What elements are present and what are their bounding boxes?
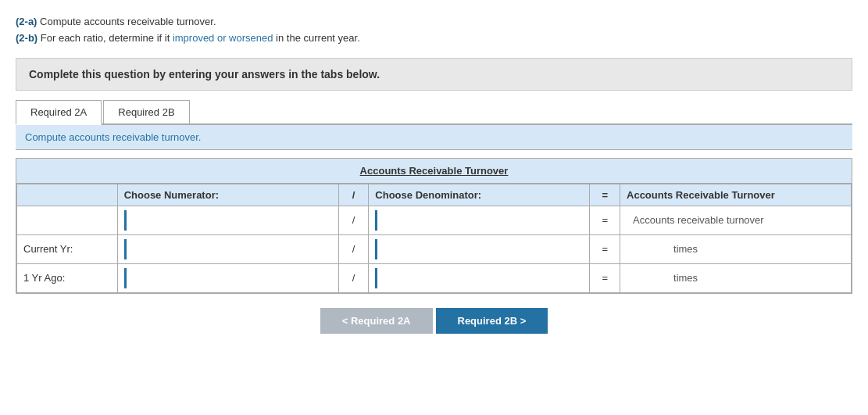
row-2-numerator-cell[interactable] [117,263,338,292]
row-2-denominator-cell[interactable] [369,263,590,292]
row-2-label: 1 Yr Ago: [17,263,118,292]
table-header-row: Choose Numerator: / Choose Denominator: … [17,184,852,206]
row-2-denominator-input[interactable] [375,268,583,288]
tab-required-2b[interactable]: Required 2B [103,100,189,123]
instruction-line1: Compute accounts receivable turnover. [40,16,216,27]
row-1-denominator-cell[interactable] [369,234,590,263]
tab-content-label: Compute accounts receivable turnover. [16,125,852,150]
highlight-improved: improved or worsened [173,32,273,44]
row-0-numerator-cell[interactable] [117,206,338,234]
row-0-slash: / [338,206,369,234]
row-0-denominator-input[interactable] [375,210,583,231]
row-1-equals: = [590,234,620,263]
table-row: Current Yr: / = times [17,234,852,263]
table-row: / = Accounts receivable turnover [17,206,852,234]
header-row-label [17,184,118,206]
row-1-numerator-cell[interactable] [117,234,338,263]
label-2a: (2-a) [16,16,37,27]
complete-box: Complete this question by entering your … [16,58,852,91]
row-1-numerator-input[interactable] [124,239,332,259]
table-section: Accounts Receivable Turnover Choose Nume… [16,158,852,294]
row-0-equals: = [590,206,620,234]
label-2b: (2-b) [16,32,38,44]
row-1-slash: / [338,234,369,263]
instructions: (2-a) Compute accounts receivable turnov… [16,14,852,47]
row-0-denominator-cell[interactable] [369,206,590,234]
row-2-result: times [620,263,852,292]
instruction-line2-end: in the current year. [273,32,360,44]
header-numerator: Choose Numerator: [117,184,338,206]
header-result: Accounts Receivable Turnover [620,184,852,206]
tabs-container: Required 2A Required 2B [16,100,852,125]
ar-turnover-table: Choose Numerator: / Choose Denominator: … [16,184,852,293]
next-button[interactable]: Required 2B > [436,308,548,334]
table-title: Accounts Receivable Turnover [16,159,852,184]
row-0-numerator-input[interactable] [124,210,332,231]
table-row: 1 Yr Ago: / = times [17,263,852,292]
row-1-label: Current Yr: [17,234,118,263]
row-2-equals: = [590,263,620,292]
header-slash: / [338,184,369,206]
nav-buttons: < Required 2A Required 2B > [16,308,852,334]
header-equals: = [590,184,620,206]
instruction-line2: For each ratio, determine if it [41,32,173,44]
tab-required-2a[interactable]: Required 2A [16,100,102,125]
row-1-denominator-input[interactable] [375,239,583,259]
row-1-result: times [620,234,852,263]
row-0-label [17,206,118,234]
row-0-result: Accounts receivable turnover [620,206,852,234]
row-2-slash: / [338,263,369,292]
header-denominator: Choose Denominator: [369,184,590,206]
prev-button[interactable]: < Required 2A [320,308,433,334]
row-2-numerator-input[interactable] [124,268,332,288]
